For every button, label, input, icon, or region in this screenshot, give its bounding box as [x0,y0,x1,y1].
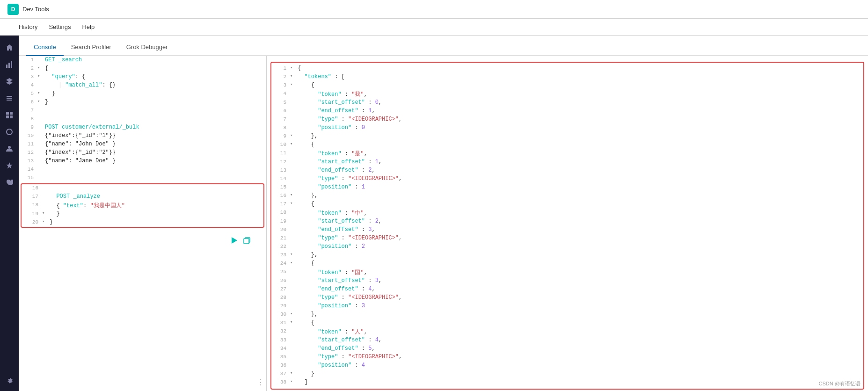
editor-line-5: 5 ▾ } [19,90,266,98]
watermark: CSDN @有语忆语 [819,380,861,387]
editor-line-2: 2 ▾ { [19,65,266,73]
output-line-18: 18 "token" : "中", [271,209,863,217]
svg-rect-1 [8,63,10,68]
output-line-22: 22 "position" : 2 [271,243,863,251]
editor-line-12: 12 {"index":{"_id":"2"}} [19,149,266,157]
output-line-36: 36 "position" : 4 [271,362,863,370]
editor-line-3: 3 ▾ "query": { [19,73,266,81]
svg-rect-9 [10,116,13,118]
output-line-21: 21 "type" : "<IDEOGRAPHIC>", [271,234,863,243]
request-toolbar [230,236,251,245]
top-bar: D Dev Tools [0,0,868,19]
svg-rect-6 [6,112,9,115]
editor-line-16: 16 [22,184,263,193]
tab-console[interactable]: Console [26,39,64,56]
svg-rect-0 [6,65,7,68]
output-line-3: 3 ▾ { [271,81,863,90]
menu-bar: History Settings Help [0,19,868,36]
copy-as-curl-button[interactable] [243,236,251,245]
output-line-26: 26 "start_offset" : 3, [271,277,863,285]
menu-settings[interactable]: Settings [49,23,71,30]
sidebar-icon-analytics[interactable] [2,57,17,72]
output-line-34: 34 "end_offset" : 5, [271,345,863,353]
output-line-35: 35 "type" : "<IDEOGRAPHIC>", [271,353,863,362]
output-line-38: 38 ▾ ] [271,378,863,387]
output-line-14: 14 "type" : "<IDEOGRAPHIC>", [271,175,863,183]
editor-line-9: 9 POST customer/external/_bulk [19,123,266,132]
left-editor-pane[interactable]: 1 GET _search 2 ▾ { 3 ▾ "query": { 4 [19,56,267,391]
editor-line-15: 15 [19,174,266,182]
svg-rect-2 [11,61,12,68]
output-line-28: 28 "type" : "<IDEOGRAPHIC>", [271,294,863,302]
more-options-button[interactable]: ⋮ [257,378,264,387]
sidebar-icon-list[interactable] [2,91,17,106]
main-layout: Console Search Profiler Grok Debugger 1 … [0,36,868,391]
output-line-4: 4 "token" : "我", [271,90,863,99]
right-output-pane: 1 ▾ { 2 ▾ "tokens" : [ 3 ▾ { [267,56,868,391]
output-line-10: 10 ▾ { [271,141,863,149]
output-line-2: 2 ▾ "tokens" : [ [271,73,863,81]
tab-search-profiler[interactable]: Search Profiler [64,39,119,56]
output-box: 1 ▾ { 2 ▾ "tokens" : [ 3 ▾ { [270,62,864,390]
svg-point-11 [8,146,11,149]
output-line-12: 12 "start_offset" : 1, [271,158,863,167]
editor-line-20: 20 ▾ } [22,218,263,227]
svg-rect-8 [6,116,9,118]
svg-rect-13 [244,239,249,244]
output-line-17: 17 ▾ { [271,200,863,209]
sidebar-icon-user[interactable] [2,141,17,156]
app-icon: D [7,4,19,15]
svg-rect-5 [7,100,12,101]
svg-marker-12 [232,237,237,244]
output-line-7: 7 "type" : "<IDEOGRAPHIC>", [271,116,863,124]
output-line-9: 9 ▾ }, [271,132,863,141]
output-line-24: 24 ▾ { [271,260,863,268]
menu-help[interactable]: Help [82,23,95,30]
output-line-1: 1 ▾ { [271,65,863,73]
sidebar-icon-heart[interactable] [2,175,17,190]
editor-area: 1 GET _search 2 ▾ { 3 ▾ "query": { 4 [19,56,868,391]
editor-line-14: 14 [19,166,266,174]
output-line-16: 16 ▾ }, [271,192,863,200]
output-line-31: 31 ▾ { [271,319,863,327]
svg-rect-3 [7,96,12,97]
editor-line-10: 10 {"index":{"_id":"1"}} [19,132,266,140]
output-line-33: 33 "start_offset" : 4, [271,336,863,345]
editor-line-11: 11 {"name": "John Doe" } [19,140,266,149]
editor-line-1: 1 GET _search [19,56,266,65]
output-line-30: 30 ▾ }, [271,311,863,319]
svg-rect-7 [10,112,13,115]
output-line-6: 6 "end_offset" : 1, [271,107,863,116]
menu-history[interactable]: History [19,23,37,30]
output-line-37: 37 ▾ } [271,370,863,378]
editor-line-19: 19 ▾ } [22,210,263,218]
sidebar-icon-star[interactable] [2,158,17,173]
editor-line-17: 17 POST _analyze [22,193,263,201]
sidebar-icon-home[interactable] [2,40,17,55]
editor-line-8: 8 [19,115,266,123]
editor-line-6: 6 ▾ } [19,98,266,107]
sidebar-icon-layers[interactable] [2,74,17,89]
output-line-19: 19 "start_offset" : 2, [271,217,863,226]
svg-rect-4 [7,98,12,99]
output-line-5: 5 "start_offset" : 0, [271,99,863,107]
output-line-32: 32 "token" : "人", [271,327,863,336]
output-line-13: 13 "end_offset" : 2, [271,167,863,175]
svg-point-10 [7,129,12,135]
tabs-bar: Console Search Profiler Grok Debugger [19,36,868,56]
output-line-8: 8 "position" : 0 [271,124,863,132]
editor-line-4: 4 │ "match_all": {} [19,81,266,90]
run-button[interactable] [230,236,238,245]
tab-grok-debugger[interactable]: Grok Debugger [119,39,175,56]
output-line-27: 27 "end_offset" : 4, [271,285,863,294]
output-line-11: 11 "token" : "是", [271,149,863,158]
app-title: Dev Tools [22,6,49,13]
editor-line-7: 7 [19,107,266,115]
output-line-15: 15 "position" : 1 [271,183,863,192]
sidebar [0,36,19,391]
sidebar-icon-settings[interactable] [2,372,17,387]
sidebar-icon-circle[interactable] [2,124,17,139]
selected-request-block: 16 17 POST _analyze 18 { "text": "我是中国人" [21,183,264,228]
output-line-20: 20 "end_offset" : 3, [271,226,863,234]
sidebar-icon-grid[interactable] [2,108,17,123]
